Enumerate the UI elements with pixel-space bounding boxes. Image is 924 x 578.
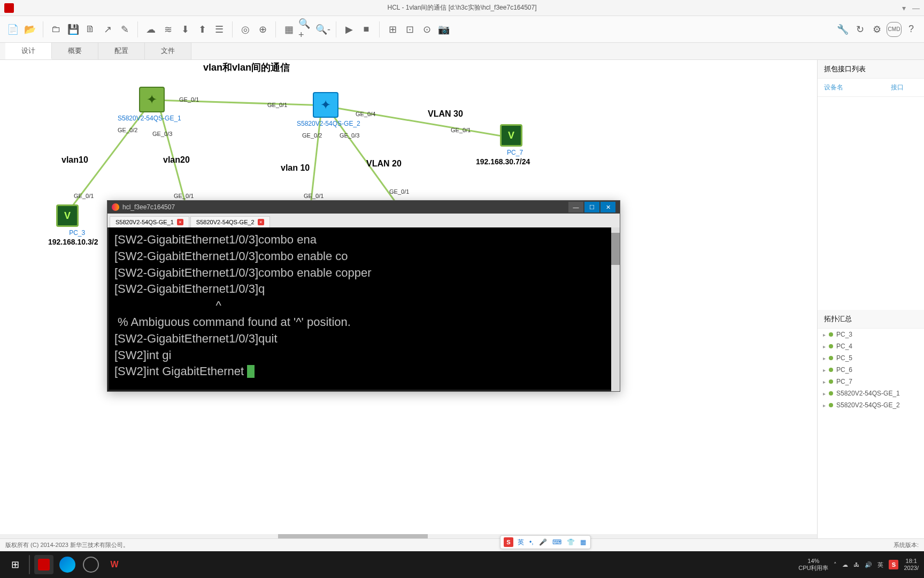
upload-icon[interactable]: ⬆ [195,22,210,37]
settings-icon[interactable]: ⚙ [869,22,884,37]
tray-clock[interactable]: 18:1 2023/ [904,558,919,572]
cpu-usage[interactable]: 14% CPU利用率 [798,558,828,572]
chevron-icon: ▸ [823,402,826,408]
list-item[interactable]: ▸PC_3 [818,329,924,340]
save-as-icon[interactable]: 🗎 [83,22,98,37]
pc-node-7[interactable]: V PC_7 192.168.30.7/24 [500,124,530,166]
ime-punct-icon[interactable]: •, [528,538,535,546]
topology-title: vlan和vlan间的通信 [203,61,290,74]
terminal-titlebar[interactable]: hcl_f3ee7c164507 — ☐ ✕ [107,201,620,214]
terminal-output[interactable]: [SW2-GigabitEthernet1/0/3]combo ena [SW2… [107,227,620,391]
sogou-logo-icon[interactable]: S [504,537,513,547]
tab-overview[interactable]: 概要 [52,43,98,59]
tray-volume-icon[interactable]: 🔊 [865,561,872,568]
download-icon[interactable]: ⬇ [178,22,192,37]
wps-app-icon[interactable]: W [105,555,124,574]
wrench-icon[interactable]: 🔧 [835,22,850,37]
tray-network-icon[interactable]: 🖧 [853,561,859,568]
terminal-scrollbar[interactable] [611,227,620,391]
list-icon[interactable]: ☰ [212,22,227,37]
layers-icon[interactable]: ≋ [160,22,175,37]
list-item[interactable]: ▸PC_6 [818,364,924,376]
hcl-app-icon[interactable] [34,555,53,574]
ime-lang[interactable]: 英 [517,538,525,547]
terminal-tab-2[interactable]: S5820V2-54QS-GE_2 × [190,216,270,227]
terminal-line: [SW2-GigabitEthernet1/0/3]combo ena [114,232,613,248]
refresh-icon[interactable]: ↻ [852,22,867,37]
status-dot-icon [829,332,833,337]
ime-keyboard-icon[interactable]: ⌨ [551,538,563,546]
tab-close-icon[interactable]: × [258,219,264,225]
list-item[interactable]: ▸PC_5 [818,352,924,364]
stop-icon[interactable]: ■ [359,22,374,37]
tray-sogou-icon[interactable]: S [889,560,898,569]
save-icon[interactable]: 💾 [66,22,81,37]
ime-toolbar[interactable]: S 英 •, 🎤 ⌨ 👕 ▦ [500,535,591,549]
dropdown-icon[interactable]: ▾ [902,4,906,12]
list-item[interactable]: ▸PC_7 [818,376,924,387]
terminal-tab-1[interactable]: S5820V2-54QS-GE_1 × [110,216,189,227]
terminal-line: [SW2]int GigabitEthernet [114,363,613,380]
open-file-icon[interactable]: 📂 [22,22,37,37]
switch-node-1[interactable]: ✦ S5820V2-54QS-GE_1 [139,87,181,122]
zoom-out-icon[interactable]: 🔍- [315,22,330,37]
terminal-line: [SW2-GigabitEthernet1/0/3]combo enable c… [114,265,613,282]
status-dot-icon [829,379,833,384]
help-icon[interactable]: ? [904,22,919,37]
camera-icon[interactable]: 📷 [436,22,451,37]
ime-skin-icon[interactable]: 👕 [566,538,576,546]
terminal-maximize-icon[interactable]: ☐ [584,202,599,212]
tab-config[interactable]: 配置 [98,43,145,59]
node-label: S5820V2-54QS-GE_2 [297,120,360,127]
edge-browser-icon[interactable] [58,555,77,574]
vlan-label: vlan 10 [281,163,310,173]
folder-icon[interactable]: 🗀 [49,22,64,37]
table-icon[interactable]: ⊞ [385,22,400,37]
add-node-icon[interactable]: ⊡ [402,22,417,37]
right-sidebar: 抓包接口列表 设备名 接口 拓扑汇总 ▸PC_3 ▸PC_4 ▸PC_5 ▸PC… [817,60,924,542]
minimize-icon[interactable]: — [912,4,920,12]
topology-canvas[interactable]: vlan和vlan间的通信 ✦ S5820V2-54QS-GE_1 ✦ S582… [0,60,817,542]
edit-icon[interactable]: ✎ [117,22,132,37]
terminal-tab-label: S5820V2-54QS-GE_2 [196,219,255,225]
ime-menu-icon[interactable]: ▦ [579,538,587,546]
cmd-icon[interactable]: CMD [887,22,902,37]
tab-close-icon[interactable]: × [177,219,183,225]
ime-mic-icon[interactable]: 🎤 [538,538,548,546]
export-icon[interactable]: ↗ [100,22,115,37]
col-device-name[interactable]: 设备名 [824,83,891,92]
list-item[interactable]: ▸PC_4 [818,340,924,352]
play-icon[interactable]: ▶ [342,22,357,37]
windows-taskbar[interactable]: ⊞ W 14% CPU利用率 ˄ ☁ 🖧 🔊 英 S 18:1 2023/ [0,551,924,578]
tab-file[interactable]: 文件 [145,43,191,59]
obs-app-icon[interactable] [81,555,101,574]
cpu-label: CPU利用率 [798,565,828,572]
port-label: GE_0/1 [304,193,324,199]
terminal-close-icon[interactable]: ✕ [600,202,615,212]
task-view-icon[interactable]: ⊞ [5,555,25,574]
add-link-icon[interactable]: ⊙ [419,22,434,37]
port-label: GE_0/1 [267,102,287,108]
new-file-icon[interactable]: 📄 [5,22,20,37]
cloud-icon[interactable]: ☁ [143,22,158,37]
pc-node-3[interactable]: V PC_3 192.168.10.3/2 [56,204,98,246]
terminal-cursor [247,365,255,378]
tab-design[interactable]: 设计 [5,43,52,59]
terminal-window[interactable]: hcl_f3ee7c164507 — ☐ ✕ S5820V2-54QS-GE_1… [107,200,620,392]
tray-chevron-icon[interactable]: ˄ [834,561,837,568]
node-label: S5820V2-54QS-GE_1 [118,115,181,122]
list-item[interactable]: ▸S5820V2-54QS-GE_1 [818,387,924,399]
terminal-minimize-icon[interactable]: — [568,202,583,212]
tray-lang[interactable]: 英 [877,561,883,569]
pc-icon: V [56,204,79,227]
zoom-in-icon[interactable]: 🔍+ [298,22,313,37]
terminal-tab-label: S5820V2-54QS-GE_1 [116,219,174,225]
globe-icon[interactable]: ⊕ [255,22,270,37]
grid-icon[interactable]: ▦ [281,22,296,37]
col-interface[interactable]: 接口 [891,83,918,92]
chevron-icon: ▸ [823,367,826,373]
target-icon[interactable]: ◎ [238,22,253,37]
switch-node-2[interactable]: ✦ S5820V2-54QS-GE_2 [313,92,360,127]
list-item[interactable]: ▸S5820V2-54QS-GE_2 [818,399,924,411]
tray-onedrive-icon[interactable]: ☁ [842,561,848,568]
